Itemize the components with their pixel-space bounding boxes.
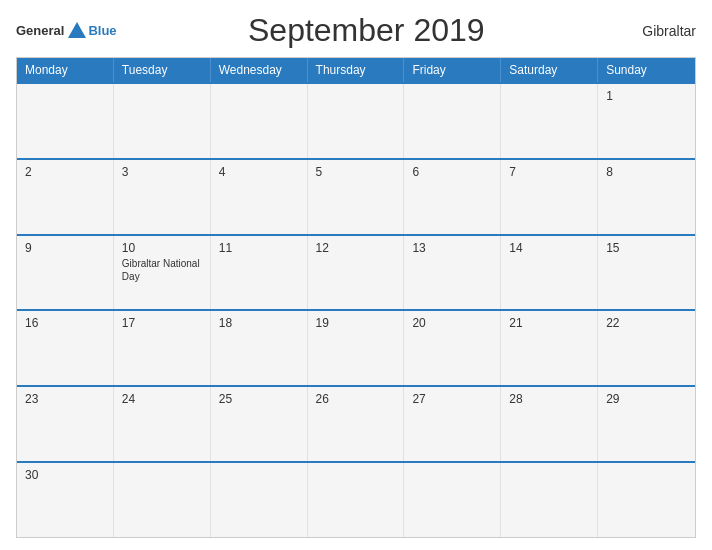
cell-sep-2: 2 [17,160,114,234]
header-thursday: Thursday [308,58,405,82]
cell-sep-3: 3 [114,160,211,234]
cell-sep-6: 6 [404,160,501,234]
cell-sep-21: 21 [501,311,598,385]
logo-blue-text: Blue [88,23,116,38]
event-gibraltar-national-day: Gibraltar National Day [122,257,202,283]
cell-sep-25: 25 [211,387,308,461]
week-1: 1 [17,82,695,158]
page: General Blue September 2019 Gibraltar Mo… [0,0,712,550]
cell-w6-wed [211,463,308,537]
cell-sep-17: 17 [114,311,211,385]
cell-w1-sat [501,84,598,158]
cell-w1-thu [308,84,405,158]
calendar: Monday Tuesday Wednesday Thursday Friday… [16,57,696,538]
header-friday: Friday [404,58,501,82]
week-4: 16 17 18 19 20 21 22 [17,309,695,385]
header-saturday: Saturday [501,58,598,82]
header: General Blue September 2019 Gibraltar [16,12,696,49]
cell-sep-13: 13 [404,236,501,310]
week-2: 2 3 4 5 6 7 8 [17,158,695,234]
cell-sep-9: 9 [17,236,114,310]
cell-sep-5: 5 [308,160,405,234]
cell-w1-wed [211,84,308,158]
cell-sep-8: 8 [598,160,695,234]
logo-general-text: General [16,23,64,38]
header-wednesday: Wednesday [211,58,308,82]
region-label: Gibraltar [616,23,696,39]
cell-sep-12: 12 [308,236,405,310]
cell-sep-22: 22 [598,311,695,385]
calendar-header: Monday Tuesday Wednesday Thursday Friday… [17,58,695,82]
calendar-body: 1 2 3 4 5 6 7 8 9 10 Gibraltar National … [17,82,695,537]
cell-sep-20: 20 [404,311,501,385]
header-sunday: Sunday [598,58,695,82]
logo-icon [66,20,88,42]
cell-sep-23: 23 [17,387,114,461]
cell-sep-14: 14 [501,236,598,310]
cell-sep-27: 27 [404,387,501,461]
cell-sep-15: 15 [598,236,695,310]
cell-sep-26: 26 [308,387,405,461]
cell-sep-19: 19 [308,311,405,385]
week-3: 9 10 Gibraltar National Day 11 12 13 14 … [17,234,695,310]
cell-w1-fri [404,84,501,158]
cell-sep-29: 29 [598,387,695,461]
header-monday: Monday [17,58,114,82]
cell-w1-tue [114,84,211,158]
cell-w1-mon [17,84,114,158]
cell-sep-10: 10 Gibraltar National Day [114,236,211,310]
header-tuesday: Tuesday [114,58,211,82]
cell-sep-1: 1 [598,84,695,158]
calendar-title: September 2019 [117,12,616,49]
cell-sep-4: 4 [211,160,308,234]
cell-w6-sat [501,463,598,537]
cell-w6-thu [308,463,405,537]
svg-marker-0 [68,22,86,38]
cell-w6-tue [114,463,211,537]
logo: General Blue [16,20,117,42]
cell-sep-7: 7 [501,160,598,234]
cell-sep-28: 28 [501,387,598,461]
week-5: 23 24 25 26 27 28 29 [17,385,695,461]
cell-sep-11: 11 [211,236,308,310]
cell-sep-30: 30 [17,463,114,537]
cell-sep-16: 16 [17,311,114,385]
cell-sep-18: 18 [211,311,308,385]
cell-w6-sun [598,463,695,537]
cell-sep-24: 24 [114,387,211,461]
cell-w6-fri [404,463,501,537]
week-6: 30 [17,461,695,537]
